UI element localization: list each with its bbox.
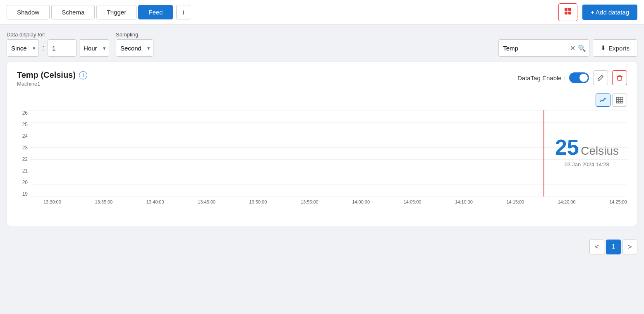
grid-line-2 bbox=[30, 122, 627, 123]
table-icon bbox=[616, 97, 623, 103]
search-icons: ✕ 🔍 bbox=[570, 44, 586, 52]
y-axis-value: 19 bbox=[17, 191, 28, 197]
tab-schema[interactable]: Schema bbox=[51, 5, 95, 19]
trash-icon bbox=[616, 74, 623, 81]
svg-rect-3 bbox=[568, 12, 571, 14]
y-axis-value: 22 bbox=[17, 156, 28, 162]
datatag-enable-label: DataTag Enable : bbox=[517, 74, 565, 81]
datatag-card: Temp (Celsius) i Machine1 DataTag Enable… bbox=[7, 62, 637, 226]
svg-rect-2 bbox=[565, 12, 567, 14]
current-value-number: 25 bbox=[555, 135, 579, 159]
y-axis-value: 24 bbox=[17, 133, 28, 139]
current-value-box: 25 Celsius 03 Jan 2024 14:28 bbox=[555, 135, 619, 168]
edit-button[interactable] bbox=[593, 70, 608, 85]
y-axis-value: 23 bbox=[17, 145, 28, 151]
hour-select-wrapper: Hour bbox=[79, 39, 109, 57]
edit-icon bbox=[597, 74, 604, 81]
svg-rect-1 bbox=[568, 8, 571, 11]
since-select-wrapper: Since bbox=[7, 39, 39, 57]
add-datatag-button[interactable]: + Add datatag bbox=[582, 5, 637, 20]
grid-line-3 bbox=[30, 135, 627, 135]
svg-rect-4 bbox=[618, 77, 622, 80]
grid-line-1 bbox=[30, 110, 627, 110]
main-content: Temp (Celsius) i Machine1 DataTag Enable… bbox=[0, 62, 644, 233]
line-chart-icon bbox=[599, 97, 607, 103]
current-value-display: 25 Celsius bbox=[555, 135, 619, 160]
hour-select[interactable]: Hour bbox=[79, 39, 109, 57]
x-axis-label: 14:20:00 bbox=[558, 199, 576, 204]
y-axis-value: 20 bbox=[17, 180, 28, 185]
x-axis: 13:30:00 13:35:00 13:40:00 13:45:00 13:5… bbox=[30, 199, 627, 204]
datatag-enable-group: DataTag Enable : bbox=[517, 72, 589, 83]
exports-button[interactable]: ⬇ Exports bbox=[593, 39, 637, 57]
grid-line-6 bbox=[30, 172, 627, 172]
second-select-wrapper: Second bbox=[116, 39, 153, 57]
x-axis-label: 14:15:00 bbox=[506, 199, 524, 204]
duration-input[interactable] bbox=[48, 39, 77, 57]
data-display-group: Data display for: Since : Hour bbox=[7, 31, 109, 57]
grid-line-7 bbox=[30, 184, 627, 185]
grid-icon-button[interactable] bbox=[558, 3, 577, 21]
y-axis-value: 25 bbox=[17, 122, 28, 127]
current-value-time: 03 Jan 2024 14:28 bbox=[555, 161, 619, 168]
card-title: Temp (Celsius) i bbox=[17, 70, 87, 80]
chart-toolbar bbox=[17, 93, 627, 107]
card-info-icon[interactable]: i bbox=[79, 71, 87, 79]
svg-rect-5 bbox=[616, 97, 623, 103]
grid-line-5 bbox=[30, 159, 627, 160]
chart-table-button[interactable] bbox=[612, 93, 627, 107]
info-button[interactable]: i bbox=[176, 5, 190, 19]
x-axis-label: 13:30:00 bbox=[43, 199, 61, 204]
grid-icon bbox=[564, 7, 572, 15]
tab-feed[interactable]: Feed bbox=[138, 5, 173, 19]
x-axis-label: 14:10:00 bbox=[455, 199, 473, 204]
chart-line-button[interactable] bbox=[596, 93, 610, 107]
delete-button[interactable] bbox=[612, 70, 627, 85]
grid-line-8 bbox=[30, 197, 627, 197]
chart-container: 26 25 24 23 22 21 20 19 bbox=[17, 110, 627, 218]
card-subtitle: Machine1 bbox=[17, 81, 87, 87]
pagination: < 1 > bbox=[0, 233, 644, 254]
card-title-text: Temp (Celsius) bbox=[17, 70, 76, 80]
current-value-unit: Celsius bbox=[581, 144, 619, 157]
x-axis-label: 14:00:00 bbox=[352, 199, 370, 204]
card-controls: DataTag Enable : bbox=[517, 70, 627, 85]
x-axis-label: 13:45:00 bbox=[198, 199, 215, 204]
colon-separator: : bbox=[42, 39, 44, 57]
card-title-group: Temp (Celsius) i Machine1 bbox=[17, 70, 87, 87]
exports-label: Exports bbox=[608, 45, 630, 52]
tab-trigger[interactable]: Trigger bbox=[96, 5, 136, 19]
chart-plot-area: 25 Celsius 03 Jan 2024 14:28 13:30:00 13… bbox=[30, 110, 627, 218]
chart-area: 25 Celsius 03 Jan 2024 14:28 bbox=[30, 110, 627, 197]
x-axis-label: 14:25:00 bbox=[609, 199, 627, 204]
since-select[interactable]: Since bbox=[7, 39, 39, 57]
next-page-button[interactable]: > bbox=[622, 240, 637, 254]
search-icon-button[interactable]: 🔍 bbox=[578, 44, 586, 52]
top-bar: Shadow Schema Trigger Feed i + Add datat… bbox=[0, 0, 644, 25]
x-axis-label: 13:50:00 bbox=[249, 199, 267, 204]
data-display-label: Data display for: bbox=[7, 31, 109, 38]
current-page-button[interactable]: 1 bbox=[606, 240, 621, 254]
sampling-label: Sampling bbox=[116, 31, 153, 38]
download-icon: ⬇ bbox=[601, 44, 606, 52]
x-axis-label: 13:35:00 bbox=[95, 199, 113, 204]
x-axis-label: 13:55:00 bbox=[301, 199, 318, 204]
controls-row: Since : Hour bbox=[7, 39, 109, 57]
grid-line-4 bbox=[30, 147, 627, 148]
controls-bar: Data display for: Since : Hour Sampling … bbox=[0, 25, 644, 62]
tab-shadow[interactable]: Shadow bbox=[7, 5, 50, 19]
x-axis-label: 13:40:00 bbox=[146, 199, 164, 204]
card-header: Temp (Celsius) i Machine1 DataTag Enable… bbox=[17, 70, 627, 87]
svg-rect-0 bbox=[565, 8, 567, 11]
y-axis-value: 26 bbox=[17, 110, 28, 116]
x-axis-label: 14:05:00 bbox=[404, 199, 421, 204]
current-time-indicator bbox=[543, 110, 544, 197]
clear-search-button[interactable]: ✕ bbox=[570, 44, 575, 52]
y-axis-value: 21 bbox=[17, 168, 28, 174]
prev-page-button[interactable]: < bbox=[589, 240, 604, 254]
second-select[interactable]: Second bbox=[116, 39, 153, 57]
datatag-enable-toggle[interactable] bbox=[569, 72, 589, 83]
sampling-group: Sampling Second bbox=[116, 31, 153, 57]
search-box: ✕ 🔍 bbox=[498, 39, 589, 57]
y-axis: 26 25 24 23 22 21 20 19 bbox=[17, 110, 30, 197]
